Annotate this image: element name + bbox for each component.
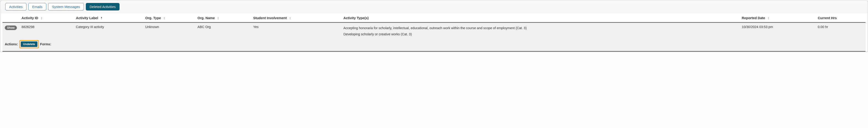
column-activity-id-label: Activity ID	[22, 16, 38, 20]
column-show	[2, 13, 19, 23]
deleted-activities-panel: Activities Emails System Messages Delete…	[0, 0, 868, 52]
column-org-name-label: Org. Name	[197, 16, 215, 20]
cell-current-hrs: 0.00 hr	[815, 23, 866, 39]
column-activity-label-label: Activity Label	[76, 16, 98, 20]
cell-student-involvement: Yes	[251, 23, 341, 39]
column-student-involvement-label: Student Involvement	[253, 16, 287, 20]
undelete-button[interactable]: Undelete	[21, 41, 37, 47]
column-reported-date[interactable]: Reported Date ▲▼	[740, 13, 815, 23]
sort-icon: ▲▼	[767, 17, 770, 20]
actions-row: Actions: Undelete Forms:	[2, 39, 866, 52]
cell-org-name: ABC Org	[195, 23, 251, 39]
sort-icon: ▲▼	[101, 17, 103, 20]
activity-type-line: Developing scholarly or creative works (…	[343, 31, 737, 37]
tab-activities[interactable]: Activities	[5, 3, 27, 10]
column-org-name[interactable]: Org. Name ▲▼	[195, 13, 251, 23]
tab-system-messages[interactable]: System Messages	[48, 3, 84, 10]
column-org-type[interactable]: Org. Type ▲▼	[143, 13, 195, 23]
column-activity-types-label: Activity Type(s)	[343, 16, 369, 20]
undelete-highlight: Undelete	[20, 40, 39, 48]
cell-activity-id: 8826298	[19, 23, 74, 39]
sort-icon: ▲▼	[41, 17, 43, 20]
show-button[interactable]: Show	[5, 26, 17, 30]
column-org-type-label: Org. Type	[145, 16, 161, 20]
tab-emails[interactable]: Emails	[28, 3, 46, 10]
actions-label: Actions:	[5, 42, 18, 46]
deleted-activities-table: Activity ID ▲▼ Activity Label ▲▼ Org. Ty…	[2, 13, 866, 52]
cell-reported-date: 10/30/2024 03:53 pm	[740, 23, 815, 39]
column-activity-id[interactable]: Activity ID ▲▼	[19, 13, 74, 23]
forms-label: Forms:	[40, 42, 51, 46]
column-activity-label[interactable]: Activity Label ▲▼	[74, 13, 143, 23]
tab-deleted-activities[interactable]: Deleted Activities	[86, 3, 120, 10]
column-current-hrs-label: Current Hrs	[818, 16, 837, 20]
cell-activity-types: Accepting honoraria for scholarly, intel…	[341, 23, 739, 39]
sort-icon: ▲▼	[289, 17, 291, 20]
sort-icon: ▲▼	[163, 17, 165, 20]
table-row: Show 8826298 Category III activity Unkno…	[2, 23, 866, 39]
cell-org-type: Unknown	[143, 23, 195, 39]
column-current-hrs: Current Hrs	[815, 13, 866, 23]
column-activity-types: Activity Type(s)	[341, 13, 739, 23]
activity-type-line: Accepting honoraria for scholarly, intel…	[343, 25, 737, 31]
sort-icon: ▲▼	[217, 17, 219, 20]
column-student-involvement[interactable]: Student Involvement ▲▼	[251, 13, 341, 23]
tabs-bar: Activities Emails System Messages Delete…	[1, 1, 867, 13]
column-reported-date-label: Reported Date	[742, 16, 765, 20]
cell-activity-label: Category III activity	[74, 23, 143, 39]
